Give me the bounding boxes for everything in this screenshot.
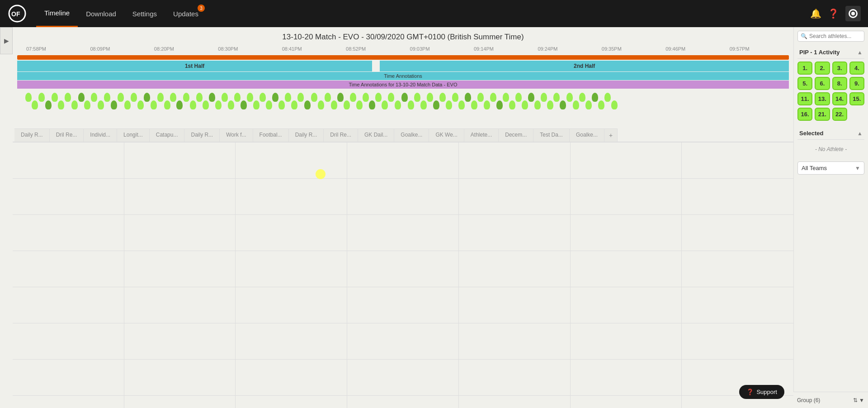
- grid-cell: [13, 142, 124, 179]
- grid-cell: [236, 287, 347, 323]
- player-badge-13.[interactable]: 13.: [815, 92, 830, 105]
- tab-item-13[interactable]: Athlete...: [464, 128, 499, 142]
- group-footer: Group (6) ⇅ ▼: [793, 392, 868, 408]
- player-dot: [566, 93, 573, 102]
- player-badge-2.[interactable]: 2.: [815, 62, 830, 75]
- grid-cell: [13, 251, 124, 287]
- progress-bar: [17, 55, 789, 60]
- player-badge-14.[interactable]: 14.: [832, 92, 847, 105]
- tab-item-16[interactable]: Goalke...: [570, 128, 604, 142]
- pip-section: PIP - 1 Activity ▲ 1.2.3.4.5.6.8.9.11.13…: [797, 46, 864, 123]
- player-badge-4.[interactable]: 4.: [849, 62, 864, 75]
- grid-cell: [682, 215, 793, 251]
- player-dot: [78, 93, 85, 102]
- selected-collapse-arrow[interactable]: ▲: [857, 130, 863, 137]
- app-logo[interactable]: OF: [7, 4, 27, 24]
- player-dot: [503, 93, 509, 102]
- grid-cell: [682, 251, 793, 287]
- tab-item-8[interactable]: Daily R...: [289, 128, 324, 142]
- tab-item-6[interactable]: Work f...: [220, 128, 253, 142]
- search-box[interactable]: 🔍: [797, 31, 864, 42]
- player-badge-21.[interactable]: 21.: [815, 108, 830, 121]
- grid-cell: [124, 396, 236, 408]
- tab-item-1[interactable]: Dril Re...: [50, 128, 84, 142]
- player-dot: [183, 93, 189, 102]
- time-ruler: 07:58PM08:09PM08:20PM08:30PM08:41PM08:52…: [13, 44, 793, 52]
- tab-item-4[interactable]: Catapu...: [150, 128, 185, 142]
- player-dot: [541, 93, 547, 102]
- player-dot: [304, 100, 311, 109]
- player-dot: [528, 93, 534, 102]
- tab-item-9[interactable]: Dril Re...: [324, 128, 358, 142]
- search-input[interactable]: [809, 33, 861, 39]
- grid-cell: [459, 179, 571, 215]
- main-layout: ▶ 13-10-20 Match - EVO - 30/09/2020 GMT+…: [0, 27, 868, 408]
- group-footer-icons[interactable]: ⇅ ▼: [853, 397, 864, 403]
- tab-item-7[interactable]: Footbal...: [253, 128, 289, 142]
- player-dot: [477, 93, 484, 102]
- all-teams-section: All Teams ▼: [797, 160, 864, 175]
- add-tab-button[interactable]: +: [604, 128, 618, 142]
- grid-cell: [124, 251, 236, 287]
- grid-cell: [347, 360, 459, 396]
- grid-cell: [571, 360, 682, 396]
- player-badge-1.[interactable]: 1.: [797, 62, 812, 75]
- player-dot: [32, 100, 38, 109]
- grid-cell: [459, 142, 571, 179]
- tab-item-12[interactable]: GK We...: [429, 128, 464, 142]
- player-dot: [433, 100, 439, 109]
- player-badge-6.[interactable]: 6.: [815, 77, 830, 90]
- tab-item-3[interactable]: Longit...: [117, 128, 150, 142]
- tab-item-0[interactable]: Daily R...: [14, 128, 50, 142]
- time-tick: 09:24PM: [538, 46, 601, 52]
- time-tick: 07:58PM: [26, 46, 90, 52]
- tab-item-5[interactable]: Daily R...: [184, 128, 220, 142]
- nav-timeline[interactable]: Timeline: [36, 0, 78, 27]
- grid-cell: [459, 287, 571, 323]
- time-tick: 08:30PM: [218, 46, 282, 52]
- tab-item-2[interactable]: Individ...: [84, 128, 117, 142]
- player-dot: [344, 100, 350, 109]
- player-dot: [104, 93, 110, 102]
- grid-cell: [347, 396, 459, 408]
- pip-collapse-arrow[interactable]: ▲: [857, 49, 863, 56]
- player-dot: [58, 100, 64, 109]
- player-dot: [522, 100, 528, 109]
- help-icon[interactable]: ❓: [828, 8, 839, 19]
- tab-item-14[interactable]: Decem...: [499, 128, 533, 142]
- notification-icon[interactable]: 🔔: [810, 8, 821, 19]
- player-badge-11.[interactable]: 11.: [797, 92, 812, 105]
- player-badge-5.[interactable]: 5.: [797, 77, 812, 90]
- tab-item-10[interactable]: GK Dail...: [358, 128, 394, 142]
- player-dot: [496, 100, 503, 109]
- grid-cell: [571, 142, 682, 179]
- grid-cell: [347, 179, 459, 215]
- player-dot: [71, 100, 78, 109]
- player-dot: [560, 100, 566, 109]
- support-icon: ❓: [746, 389, 754, 395]
- pip-section-header: PIP - 1 Activity ▲: [797, 46, 864, 59]
- player-badge-9.[interactable]: 9.: [849, 77, 864, 90]
- sidebar-expand-button[interactable]: ▶: [0, 27, 13, 54]
- player-dot: [65, 93, 71, 102]
- tab-item-15[interactable]: Test Da...: [533, 128, 570, 142]
- player-badge-16.[interactable]: 16.: [797, 108, 812, 121]
- player-badge-3.[interactable]: 3.: [832, 62, 847, 75]
- player-badge-15.[interactable]: 15.: [849, 92, 864, 105]
- player-dot: [253, 100, 259, 109]
- nav-download[interactable]: Download: [78, 0, 124, 27]
- player-dot: [598, 100, 604, 109]
- teams-dropdown-arrow: ▼: [855, 165, 860, 171]
- grid-cell: [124, 179, 236, 215]
- player-dot: [446, 100, 452, 109]
- nav-settings[interactable]: Settings: [124, 0, 165, 27]
- player-badge-22.[interactable]: 22.: [832, 108, 847, 121]
- all-teams-dropdown[interactable]: All Teams ▼: [797, 161, 864, 175]
- player-dot: [363, 93, 369, 102]
- nav-updates[interactable]: Updates 3: [165, 0, 207, 27]
- grid-cell: [571, 323, 682, 360]
- tab-item-11[interactable]: Goalke...: [394, 128, 429, 142]
- player-dot: [118, 93, 124, 102]
- support-button[interactable]: ❓ Support: [739, 385, 784, 399]
- player-badge-8.[interactable]: 8.: [832, 77, 847, 90]
